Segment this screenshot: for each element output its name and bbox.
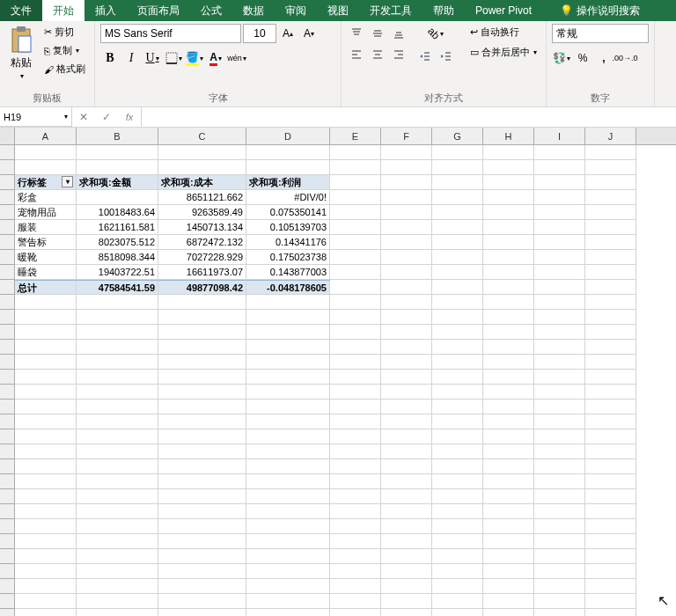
cell[interactable] — [483, 609, 534, 616]
cell[interactable]: 47584541.59 — [77, 280, 158, 295]
italic-button[interactable]: I — [121, 48, 141, 68]
align-bottom-button[interactable] — [389, 24, 408, 43]
cell[interactable] — [381, 400, 432, 414]
cell[interactable] — [432, 235, 483, 250]
percent-button[interactable]: % — [573, 48, 592, 68]
cell[interactable] — [158, 609, 246, 616]
copy-button[interactable]: ⎘复制▾ — [40, 42, 89, 59]
cell[interactable] — [534, 235, 585, 250]
cell[interactable] — [246, 594, 330, 609]
cell[interactable] — [381, 340, 432, 355]
cell[interactable] — [534, 355, 585, 370]
cell[interactable] — [381, 609, 432, 616]
cell[interactable] — [330, 145, 381, 160]
cell[interactable]: #DIV/0! — [246, 190, 330, 205]
cell[interactable] — [432, 190, 483, 205]
cell[interactable] — [534, 534, 585, 549]
cell[interactable] — [246, 340, 330, 355]
row-header[interactable] — [0, 280, 15, 295]
cell[interactable] — [77, 549, 158, 564]
align-middle-button[interactable] — [368, 24, 387, 43]
cell[interactable] — [158, 429, 246, 444]
cell[interactable] — [534, 519, 585, 534]
cell[interactable]: 7027228.929 — [158, 250, 246, 265]
cell[interactable] — [432, 534, 483, 549]
cell[interactable] — [534, 609, 585, 616]
cell[interactable] — [585, 564, 636, 579]
underline-button[interactable]: U▾ — [143, 48, 162, 68]
cell[interactable] — [381, 175, 432, 190]
cell[interactable] — [381, 594, 432, 609]
cell[interactable] — [432, 504, 483, 519]
cell[interactable] — [246, 310, 330, 325]
cell[interactable] — [483, 310, 534, 325]
cell[interactable] — [432, 265, 483, 280]
tab-view[interactable]: 视图 — [317, 0, 359, 21]
cell[interactable]: 宠物用品 — [15, 205, 77, 220]
cell[interactable] — [534, 474, 585, 489]
cell[interactable] — [77, 325, 158, 340]
cell[interactable] — [534, 175, 585, 190]
cell[interactable] — [330, 280, 381, 295]
cell[interactable] — [534, 414, 585, 429]
cell[interactable] — [77, 594, 158, 609]
cell[interactable] — [15, 594, 77, 609]
cell[interactable] — [330, 220, 381, 235]
insert-function-button[interactable]: fx — [118, 107, 141, 127]
cell[interactable] — [585, 534, 636, 549]
cell[interactable]: 8518098.344 — [77, 250, 158, 265]
cell[interactable] — [585, 519, 636, 534]
cell[interactable]: 求和项:成本 — [158, 175, 246, 190]
cell[interactable] — [585, 160, 636, 175]
tell-me-search[interactable]: 💡 操作说明搜索 — [549, 0, 650, 21]
cell[interactable] — [483, 385, 534, 400]
cell[interactable] — [15, 504, 77, 519]
cell[interactable] — [77, 429, 158, 444]
cell[interactable] — [15, 325, 77, 340]
cell[interactable]: 1621161.581 — [77, 220, 158, 235]
cell[interactable] — [483, 265, 534, 280]
col-header[interactable]: C — [158, 128, 246, 144]
tab-powerpivot[interactable]: Power Pivot — [465, 0, 542, 21]
cell[interactable] — [158, 549, 246, 564]
cell[interactable] — [534, 594, 585, 609]
cell[interactable] — [77, 459, 158, 474]
cell[interactable] — [15, 370, 77, 385]
cell[interactable] — [432, 489, 483, 504]
cell[interactable] — [77, 145, 158, 160]
cell[interactable] — [432, 594, 483, 609]
cell[interactable] — [534, 145, 585, 160]
cell[interactable]: 16611973.07 — [158, 265, 246, 280]
cell[interactable] — [246, 370, 330, 385]
cell[interactable] — [330, 594, 381, 609]
cell[interactable] — [483, 325, 534, 340]
cell[interactable] — [585, 400, 636, 414]
cell[interactable] — [330, 400, 381, 414]
col-header[interactable]: H — [483, 128, 534, 144]
cell[interactable] — [77, 609, 158, 616]
cell[interactable] — [15, 400, 77, 414]
cell[interactable] — [330, 414, 381, 429]
format-painter-button[interactable]: 🖌格式刷 — [40, 61, 89, 77]
decrease-font-button[interactable]: A▾ — [299, 24, 319, 43]
cell[interactable] — [246, 160, 330, 175]
decrease-indent-button[interactable] — [415, 47, 435, 66]
cell[interactable]: 彩盒 — [15, 190, 77, 205]
cell[interactable] — [432, 310, 483, 325]
cell[interactable] — [246, 385, 330, 400]
tab-home[interactable]: 开始 — [42, 0, 84, 21]
cell[interactable] — [381, 295, 432, 310]
cell[interactable] — [15, 609, 77, 616]
cell[interactable] — [330, 310, 381, 325]
cell[interactable] — [381, 190, 432, 205]
cell[interactable] — [585, 609, 636, 616]
cell[interactable] — [15, 310, 77, 325]
cell[interactable] — [432, 444, 483, 459]
cell[interactable] — [534, 325, 585, 340]
cell[interactable] — [483, 370, 534, 385]
border-button[interactable]: ▾ — [164, 48, 183, 68]
cell[interactable] — [483, 429, 534, 444]
cell[interactable] — [585, 594, 636, 609]
cell[interactable] — [381, 220, 432, 235]
accept-formula-button[interactable]: ✓ — [95, 107, 118, 127]
